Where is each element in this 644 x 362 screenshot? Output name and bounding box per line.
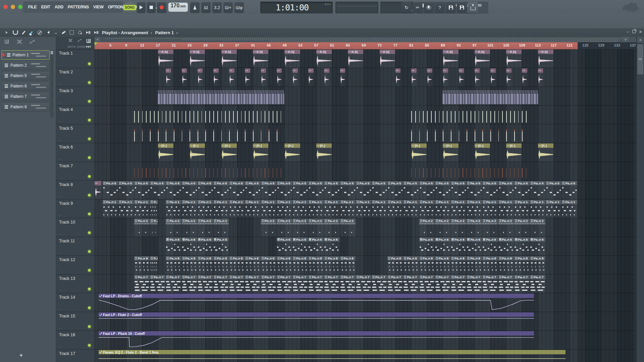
clip-header[interactable]: Pa..n 7 <box>372 275 387 279</box>
clip-header[interactable]: Pa..n 8 <box>498 256 514 260</box>
clip-header[interactable]: ↦ <box>395 68 401 73</box>
pattern-clip[interactable]: Pa..n 5 <box>467 181 482 199</box>
pattern-clip[interactable]: Pa..n 2 <box>451 219 466 237</box>
audio-clip[interactable]: ↦P..h) <box>443 50 458 68</box>
clip-header[interactable]: Pa..n 7 <box>182 275 197 279</box>
audio-clip[interactable]: ↦ <box>459 68 464 86</box>
audio-clip[interactable]: ↦ <box>522 68 527 86</box>
clip-header[interactable]: Pa..n 6 <box>213 237 229 242</box>
pattern-clip[interactable]: Pa..n 7 <box>229 275 245 293</box>
clip-header[interactable]: Pa..n 5 <box>229 181 245 185</box>
clip-header[interactable]: ↦[P..) <box>411 143 427 148</box>
pattern-clip[interactable]: Pa..n 1 <box>166 200 181 218</box>
clip-header[interactable]: Pa..n 1 <box>403 200 419 204</box>
clip-header[interactable]: Pa..n 5 <box>324 181 339 185</box>
track-header[interactable]: Track 7... <box>56 162 95 181</box>
pattern-clip[interactable]: Pa..n 5 <box>182 181 197 199</box>
clip-header[interactable]: Pa..n 2 <box>419 219 435 223</box>
audio-clip[interactable]: ↦ <box>277 68 282 86</box>
pattern-clip[interactable]: Pa..n 2 <box>419 219 435 237</box>
audio-clip[interactable]: ↦[P..) <box>475 143 490 162</box>
track-header[interactable]: Track 2... <box>56 68 95 87</box>
menu-add[interactable]: ADD <box>52 5 65 9</box>
clip-header[interactable]: Pa..n 7 <box>419 275 435 279</box>
audio-clip[interactable]: ↦P..h) <box>316 50 332 68</box>
tempo-display[interactable]: 170.000 <box>168 3 188 12</box>
pattern-clip[interactable]: Pa..n 7 <box>403 275 419 293</box>
audio-clip[interactable]: ↦ <box>443 68 448 86</box>
scroll-right-button[interactable]: > <box>623 37 629 42</box>
pattern-list-item[interactable]: Pattern 5 <box>1 71 50 80</box>
pattern-clip[interactable]: Pa..n 7 <box>372 275 387 293</box>
clip-header[interactable]: ↦[P..) <box>221 143 237 148</box>
pattern-clip[interactable]: Pa..n 5 <box>372 181 387 199</box>
clip-header[interactable]: Pa..n 6 <box>166 237 181 242</box>
pattern-clip[interactable]: Pa..n 2 <box>261 219 276 237</box>
pattern-clip[interactable]: Pa..n 7 <box>134 275 150 293</box>
clip-header[interactable]: ↦P..h) <box>316 50 332 54</box>
clip-header[interactable]: Pa..n 6 <box>182 237 197 242</box>
track-led[interactable] <box>88 213 91 216</box>
clip-header[interactable]: Pa..n 5 <box>451 181 466 185</box>
clip-header[interactable]: Pa..n 7 <box>166 275 181 279</box>
clip-header[interactable]: Pa..n 8 <box>482 256 498 260</box>
clip-header[interactable]: Pa..n 8 <box>261 256 276 260</box>
pattern-list-item[interactable]: Pattern 6 <box>1 81 50 91</box>
pattern-clip[interactable]: Pa..n 2 <box>530 219 545 237</box>
menu-file[interactable]: FILE <box>26 5 39 9</box>
playlist-track-row[interactable] <box>95 162 637 181</box>
playlist-track-row[interactable]: Pa..n 7Pa..n 7Pa..n 7Pa..n 7Pa..n 7Pa..n… <box>95 275 637 293</box>
pattern-clip[interactable]: Pa..n 5 <box>546 181 561 199</box>
pattern-clip[interactable]: Pa..n 5 <box>387 181 403 199</box>
clip-header[interactable]: ↦ <box>443 68 448 73</box>
pattern-clip[interactable]: Pa..n 7 <box>182 275 197 293</box>
pattern-clip[interactable]: Pa..n 1 <box>356 200 371 218</box>
track-header[interactable]: Track 14... <box>56 293 95 312</box>
pattern-clip[interactable]: Pa..n 6 <box>277 237 292 255</box>
patterns-tab-icon[interactable] <box>5 40 9 44</box>
pattern-clip[interactable]: Pa..n 1 <box>118 200 134 218</box>
clip-header[interactable]: Pa..n 5 <box>403 181 419 185</box>
clip-header[interactable]: ↦[P..) <box>475 143 490 148</box>
clip-header[interactable]: Pa..n 1 <box>166 200 181 204</box>
clip-header[interactable]: Pa..n 6 <box>451 237 466 242</box>
track-header[interactable]: Track 6... <box>56 143 95 162</box>
clip-header[interactable]: Pa..n 1 <box>451 200 466 204</box>
clip-header[interactable]: Pa..n 8 <box>198 256 213 260</box>
track-led[interactable] <box>88 231 91 234</box>
clip-header[interactable]: Pa..n 1 <box>530 200 545 204</box>
clip-header[interactable]: ↦[P..) <box>284 143 300 148</box>
pattern-clip[interactable]: Pa..n 8 <box>514 256 530 274</box>
pattern-clip[interactable]: Pa..n 8 <box>435 256 450 274</box>
clip-header[interactable]: Pa..n 5 <box>419 181 435 185</box>
pattern-clip[interactable]: Pa..n 2 <box>292 219 308 237</box>
clip-header[interactable]: Pa..n 8 <box>419 256 435 260</box>
audio-clip[interactable]: ↦[P..) <box>284 143 300 162</box>
clip-header[interactable]: Pa..n 1 <box>134 200 150 204</box>
breadcrumb-pattern[interactable]: Pattern 1 <box>155 30 174 35</box>
clip-header[interactable]: ↦P..h) <box>380 50 395 54</box>
clip-header[interactable]: Pa..n 6 <box>277 237 292 242</box>
pattern-clip[interactable]: Pa..n 6 <box>292 237 308 255</box>
clip-header[interactable]: Pa..n 5 <box>198 181 213 185</box>
pattern-clip[interactable]: Pa..n 8 <box>134 256 150 274</box>
clip-header[interactable]: Pa..n 7 <box>356 275 371 279</box>
track-led[interactable] <box>88 175 91 178</box>
pattern-clip[interactable]: Pa..n 8 <box>324 256 339 274</box>
pattern-clip[interactable]: Pa..n 7 <box>150 275 165 293</box>
timeline-ruler[interactable]: 5913172125293337414549535761656973778185… <box>95 42 637 50</box>
playlist-speaker-icon[interactable] <box>92 29 100 36</box>
audio-clip[interactable]: ↦ <box>182 68 187 86</box>
clip-header[interactable]: ↦ <box>198 68 203 73</box>
pattern-clip[interactable]: Pa..n 8 <box>292 256 308 274</box>
pattern-clip[interactable]: ↦ <box>95 181 101 199</box>
audio-clip[interactable]: ↦P..h) <box>158 50 173 68</box>
clip-header[interactable]: Pa..n 2 <box>277 219 292 223</box>
countdown-icon[interactable]: 3.2 <box>212 2 222 13</box>
clip-header[interactable]: ↦P..h) <box>221 50 237 54</box>
clip-header[interactable]: Pa..n 5 <box>134 181 150 185</box>
audio-clip[interactable]: ↦P..h) <box>348 50 363 68</box>
pattern-clip[interactable]: Pa..n 1 <box>324 200 339 218</box>
pattern-clip[interactable]: Pa..n 5 <box>308 181 324 199</box>
clip-header[interactable]: ↦P..h) <box>190 50 205 54</box>
